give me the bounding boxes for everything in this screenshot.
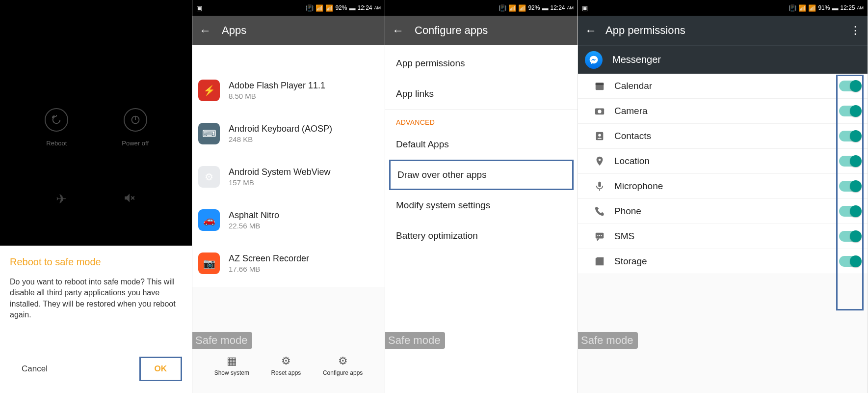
overflow-menu-icon[interactable]: ⋮: [850, 24, 861, 37]
configure-apps-button[interactable]: ⚙ Configure apps: [323, 355, 363, 376]
app-icon: ⌨: [198, 123, 220, 144]
permission-row-location[interactable]: Location: [578, 149, 868, 174]
reboot-icon: [45, 108, 68, 132]
app-size: 248 KB: [229, 135, 332, 143]
back-button[interactable]: ←: [392, 24, 404, 37]
selected-app-name: Messenger: [612, 54, 661, 65]
permission-label: Microphone: [614, 181, 839, 192]
panel-configure-apps: 📳 📶 📶 92% ▬ 12:24 AM ← Configure apps Ap…: [385, 0, 578, 393]
dialog-title: Reboot to safe mode: [10, 256, 182, 268]
permission-row-phone[interactable]: Phone: [578, 199, 868, 224]
svg-point-13: [597, 235, 598, 236]
gear-icon: ⚙: [281, 355, 291, 367]
app-bar: ← Configure apps: [385, 16, 578, 45]
permission-label: Location: [614, 156, 839, 167]
poweroff-option[interactable]: Power off: [113, 108, 158, 147]
app-item[interactable]: 📷AZ Screen Recorder17.66 MB: [192, 244, 385, 287]
permission-label: Camera: [614, 106, 839, 116]
mute-icon[interactable]: [123, 192, 136, 208]
app-name: AZ Screen Recorder: [229, 253, 309, 264]
svg-point-9: [598, 134, 601, 137]
show-system-label: Show system: [214, 369, 249, 376]
app-item[interactable]: ⚙Android System WebView157 MB: [192, 157, 385, 200]
app-list[interactable]: ⚡Adobe Flash Player 11.18.50 MB⌨Android …: [192, 45, 385, 287]
permission-row-calendar[interactable]: Calendar: [578, 74, 868, 99]
item-default-apps[interactable]: Default Apps: [385, 129, 578, 160]
item-draw-over-apps[interactable]: Draw over other apps: [389, 160, 574, 190]
page-title: Configure apps: [415, 24, 488, 37]
safe-mode-dialog: Reboot to safe mode Do you want to reboo…: [0, 246, 192, 393]
permission-toggle[interactable]: [839, 106, 861, 116]
svg-rect-5: [596, 83, 604, 85]
app-size: 157 MB: [229, 178, 330, 187]
battery-icon: ▬: [349, 4, 355, 12]
cancel-button[interactable]: Cancel: [10, 358, 59, 380]
dialog-message: Do you want to reboot into safe mode? Th…: [10, 277, 182, 354]
item-app-links[interactable]: App links: [385, 79, 578, 109]
clock-ampm: AM: [374, 5, 381, 10]
signal-icon: 📶: [316, 4, 323, 12]
back-button[interactable]: ←: [199, 24, 211, 37]
permission-toggle[interactable]: [839, 131, 861, 141]
safe-mode-badge: Safe mode: [385, 332, 445, 349]
signal-icon: 📶: [325, 4, 333, 12]
item-modify-system[interactable]: Modify system settings: [385, 190, 578, 221]
clock-text: 12:24: [357, 4, 372, 11]
signal-icon: 📶: [808, 4, 816, 12]
reset-apps-button[interactable]: ⚙ Reset apps: [271, 355, 301, 376]
app-info: Android System WebView157 MB: [229, 167, 330, 187]
ok-button[interactable]: OK: [139, 357, 183, 381]
airplane-icon[interactable]: ✈: [56, 192, 67, 208]
clock-ampm: AM: [567, 5, 574, 10]
permission-list: CalendarCameraContactsLocationMicrophone…: [578, 74, 868, 274]
svg-point-7: [598, 110, 601, 113]
settings-list: App permissions App links ADVANCED Defau…: [385, 45, 578, 254]
reset-apps-label: Reset apps: [271, 369, 301, 376]
app-bar: ← App permissions ⋮: [578, 16, 868, 45]
permission-row-contacts[interactable]: Contacts: [578, 124, 868, 149]
image-icon: ▦: [227, 355, 237, 367]
phone-icon: [585, 206, 614, 217]
show-system-button[interactable]: ▦ Show system: [214, 355, 249, 376]
app-item[interactable]: 🚗Asphalt Nitro22.56 MB: [192, 200, 385, 244]
item-battery-optimization[interactable]: Battery optimization: [385, 221, 578, 251]
item-app-permissions[interactable]: App permissions: [385, 48, 578, 79]
dialog-actions: Cancel OK: [10, 354, 182, 388]
permission-row-storage[interactable]: Storage: [578, 249, 868, 274]
clock-text: 12:24: [550, 4, 565, 11]
permission-toggle[interactable]: [839, 181, 861, 192]
power-menu-row2: ✈: [0, 192, 192, 208]
configure-apps-label: Configure apps: [323, 369, 363, 376]
permission-label: Calendar: [614, 81, 839, 91]
poweroff-label: Power off: [122, 140, 149, 147]
page-title: App permissions: [605, 24, 841, 37]
permission-toggle[interactable]: [839, 81, 861, 91]
app-item[interactable]: ⚡Adobe Flash Player 11.18.50 MB: [192, 71, 385, 114]
bottom-toolbar: ▦ Show system ⚙ Reset apps ⚙ Configure a…: [192, 352, 385, 379]
panel-apps-list: ▣ 📳 📶 📶 92% ▬ 12:24 AM ← Apps ⚡Adobe Fla…: [192, 0, 385, 393]
notification-icon: ▣: [196, 4, 202, 12]
vibrate-icon: 📳: [306, 4, 314, 12]
permission-toggle[interactable]: [839, 156, 861, 167]
contacts-icon: [585, 131, 614, 141]
back-button[interactable]: ←: [585, 24, 597, 37]
permission-toggle[interactable]: [839, 231, 861, 242]
vibrate-icon: 📳: [789, 4, 796, 12]
power-menu-row: Reboot Power off: [0, 108, 192, 147]
battery-text: 92%: [335, 4, 347, 11]
permission-row-mic[interactable]: Microphone: [578, 174, 868, 199]
permission-toggle[interactable]: [839, 206, 861, 217]
clock-ampm: AM: [857, 5, 864, 10]
permission-row-sms[interactable]: SMS: [578, 224, 868, 249]
status-bar: 📳 📶 📶 92% ▬ 12:24 AM: [385, 0, 578, 16]
svg-rect-11: [598, 182, 601, 187]
reboot-option[interactable]: Reboot: [34, 108, 79, 147]
permission-toggle[interactable]: [839, 256, 861, 267]
permission-row-camera[interactable]: Camera: [578, 99, 868, 124]
svg-point-10: [599, 159, 601, 161]
app-item[interactable]: ⌨Android Keyboard (AOSP)248 KB: [192, 114, 385, 157]
app-icon: 🚗: [198, 209, 220, 231]
calendar-icon: [585, 81, 614, 91]
poweroff-icon: [124, 108, 147, 132]
app-name: Adobe Flash Player 11.1: [229, 81, 325, 91]
